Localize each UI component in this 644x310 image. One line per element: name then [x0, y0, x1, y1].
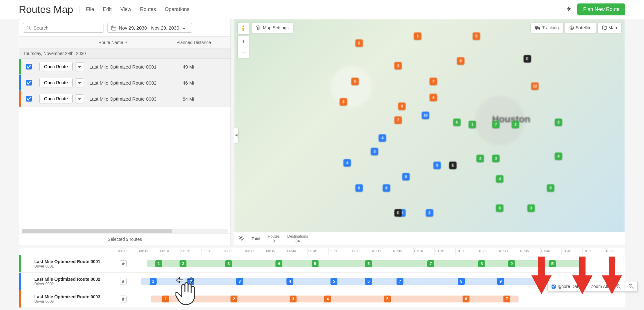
map-marker[interactable]: 3 — [555, 119, 562, 126]
route-dropdown-button[interactable] — [75, 62, 84, 71]
date-range-picker[interactable]: Nov 29, 2030 - Nov 29, 2030 — [107, 23, 192, 33]
timeline-stop[interactable]: 6 — [463, 296, 469, 302]
timeline-stop[interactable]: 7 — [503, 296, 510, 302]
timeline-stop[interactable]: 9 — [508, 260, 515, 267]
map-marker[interactable]: 2 — [426, 209, 433, 217]
route-row[interactable]: Open Route Last Mile Optimized Route 000… — [19, 75, 230, 91]
timeline-stop[interactable]: 5 — [330, 278, 337, 285]
map-marker[interactable]: 2 — [476, 155, 484, 162]
map-marker[interactable]: 4 — [496, 175, 503, 183]
map-marker[interactable]: 10 — [422, 112, 429, 119]
timeline-stop[interactable]: 7 — [397, 278, 403, 285]
map-marker[interactable]: 4 — [430, 94, 437, 101]
menu-edit[interactable]: Edit — [103, 7, 112, 12]
map-marker[interactable]: 3 — [371, 148, 378, 155]
map-marker[interactable]: 8 — [398, 102, 406, 110]
timeline-stop[interactable]: 2 — [230, 296, 237, 302]
map-marker[interactable]: 5 — [547, 184, 554, 192]
map-marker[interactable]: 6 — [496, 204, 503, 212]
map-type-button[interactable]: Map — [598, 23, 621, 33]
map-marker[interactable]: 1 — [469, 121, 476, 128]
timeline-stop[interactable]: 5 — [384, 296, 391, 302]
tracking-button[interactable]: Tracking — [531, 23, 563, 33]
timeline-stop[interactable]: 8 — [478, 260, 485, 267]
timeline-stop[interactable]: 3 — [236, 278, 243, 285]
collapse-panel-button[interactable]: ◀ — [234, 128, 238, 143]
more-icon[interactable]: ⋮ — [25, 296, 31, 302]
map-marker[interactable]: 4 — [555, 152, 562, 160]
col-route-name[interactable]: Route Name — [98, 40, 123, 45]
map-marker[interactable]: 2 — [512, 121, 519, 128]
more-icon[interactable]: ⋮ — [25, 261, 31, 267]
open-route-button[interactable]: Open Route — [39, 94, 73, 103]
map-marker[interactable]: 3 — [492, 155, 500, 162]
menu-view[interactable]: View — [120, 7, 131, 12]
timeline-stop[interactable]: 4 — [275, 260, 282, 267]
plan-new-route-button[interactable]: Plan New Route — [577, 3, 625, 15]
timeline-stop[interactable]: 1 — [155, 260, 162, 267]
route-dropdown-button[interactable] — [75, 78, 84, 87]
open-route-button[interactable]: Open Route — [39, 78, 73, 87]
map-marker[interactable]: 7 — [492, 121, 500, 128]
open-route-button[interactable]: Open Route — [39, 62, 73, 71]
bolt-icon[interactable] — [567, 6, 572, 13]
zoom-in-button[interactable]: + — [238, 36, 249, 47]
map-marker[interactable]: 2 — [355, 39, 363, 47]
gear-icon[interactable] — [238, 235, 244, 242]
map-marker[interactable]: E — [524, 55, 531, 63]
timeline-stop[interactable]: 7 — [427, 260, 434, 267]
sort-asc-icon[interactable] — [125, 40, 128, 45]
timeline-stop[interactable]: 4 — [324, 296, 331, 302]
menu-operations[interactable]: Operations — [165, 7, 189, 12]
search-input-wrapper[interactable] — [23, 23, 103, 33]
timeline-stop[interactable]: 8 — [458, 278, 465, 285]
map-marker[interactable]: E — [394, 209, 402, 217]
timeline-stop[interactable]: 3 — [290, 296, 297, 302]
map-settings-button[interactable]: Map Settings — [252, 23, 293, 33]
timeline-stop[interactable]: 9 — [497, 278, 504, 285]
map-marker[interactable]: 4 — [379, 134, 386, 142]
map-marker[interactable]: 5 — [351, 78, 359, 85]
timeline-stop[interactable]: 4 — [286, 278, 293, 285]
timeline-stop[interactable]: 6 — [365, 260, 372, 267]
route-dropdown-button[interactable] — [75, 94, 84, 103]
timeline-stop[interactable]: 1 — [150, 278, 157, 285]
zoom-out-icon[interactable] — [625, 281, 637, 291]
search-input[interactable] — [33, 25, 100, 30]
horizontal-scrollbar[interactable] — [22, 229, 228, 233]
map-marker[interactable]: 6 — [453, 119, 461, 126]
route-row[interactable]: Open Route Last Mile Optimized Route 000… — [19, 59, 230, 75]
more-icon[interactable]: ⋮ — [25, 278, 31, 284]
map-marker[interactable]: E — [449, 162, 457, 169]
zoom-out-button[interactable]: − — [238, 47, 249, 58]
menu-routes[interactable]: Routes — [140, 7, 156, 12]
route-checkbox[interactable] — [26, 96, 32, 102]
col-planned-distance[interactable]: Planned Distance — [176, 40, 227, 45]
map-marker[interactable]: 8 — [402, 173, 410, 180]
map-marker[interactable]: 12 — [531, 82, 539, 90]
map-marker[interactable]: 6 — [355, 184, 363, 192]
map-marker[interactable]: 6 — [383, 184, 390, 192]
map-marker[interactable]: 5 — [473, 32, 480, 40]
route-row[interactable]: Open Route Last Mile Optimized Route 000… — [19, 91, 230, 107]
satellite-button[interactable]: Satellite — [565, 23, 596, 33]
map-marker[interactable]: 5 — [433, 162, 441, 169]
map-pegman-icon[interactable] — [238, 23, 249, 34]
route-checkbox[interactable] — [26, 64, 32, 69]
map-marker[interactable]: 4 — [343, 159, 351, 167]
map-marker[interactable]: 9 — [457, 57, 464, 65]
route-checkbox[interactable] — [26, 80, 32, 86]
timeline-stop[interactable]: 5 — [312, 260, 319, 267]
map-marker[interactable]: 1 — [414, 32, 421, 40]
map-panel[interactable]: Houston 12355978412371043466852961722334… — [234, 19, 625, 245]
map-marker[interactable]: 3 — [527, 204, 535, 212]
map-marker[interactable]: 3 — [394, 62, 402, 69]
map-marker[interactable]: 3 — [340, 98, 347, 106]
map-marker[interactable]: 7 — [430, 78, 437, 85]
timeline-stop[interactable]: 1 — [162, 296, 169, 302]
timeline-stop[interactable]: 2 — [180, 260, 186, 267]
menu-file[interactable]: File — [86, 7, 94, 12]
map-marker[interactable]: 7 — [394, 116, 402, 124]
timeline-stop[interactable]: 3 — [225, 260, 232, 267]
timeline-stop[interactable]: 6 — [365, 278, 372, 285]
